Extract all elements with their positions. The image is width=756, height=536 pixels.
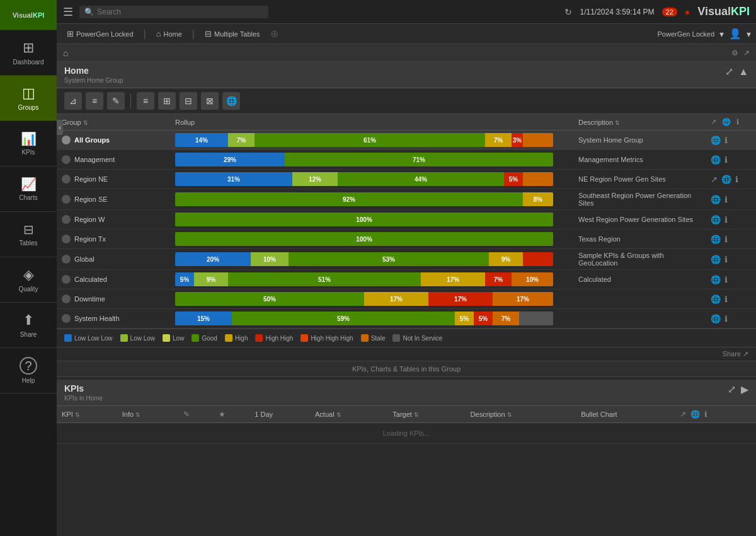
search-icon: 🔍 [84,8,94,16]
groups-table: Group ⇅ Rollup Description ⇅ ↗ 🌐 ℹ [57,114,756,329]
filter-button[interactable]: ⊿ [64,92,82,110]
sidebar-item-charts[interactable]: 📈 Charts [0,166,57,212]
rollup-cell: 92%8% [170,189,573,210]
group-name: Region NE [62,175,165,184]
sidebar-item-groups[interactable]: ◫ Groups [0,76,57,121]
edit-button[interactable]: ✎ [107,92,125,110]
sidebar-item-quality[interactable]: ◈ Quality [0,257,57,303]
globe-icon[interactable]: 🌐 [711,255,721,264]
bar-segment-good: 50% [175,292,364,306]
breadcrumb-icons: ⌂ [63,48,68,58]
home-section-subtitle: System Home Group [64,77,123,84]
group-name-cell: Region Tx [57,230,170,249]
expand-icon[interactable]: ⤢ [725,66,733,78]
globe-icon[interactable]: 🌐 [721,175,731,184]
share-label[interactable]: Share ↗ [723,350,748,358]
rollup-bar[interactable]: 100% [175,232,553,246]
desc-sort-arrow[interactable]: ⇅ [615,120,620,126]
globe-icon[interactable]: 🌐 [711,195,721,204]
globe-icon[interactable]: 🌐 [711,294,721,304]
rollup-bar[interactable]: 29%71% [175,153,553,166]
rollup-bar[interactable]: 100% [175,213,553,226]
kpis-section: KPIs KPIs in Home ⤢ ▶ KPI ⇅ Info ⇅ [57,380,756,444]
small-grid-button[interactable]: ⊞ [158,92,176,110]
bar-segment-stale: 10% [512,272,553,286]
legend-color-highhighhigh [301,334,308,342]
alert-badge[interactable]: 22 [662,8,677,16]
medium-grid-button[interactable]: ⊟ [180,92,197,110]
rollup-bar[interactable]: 50%17%17%17% [175,292,553,306]
sidebar-item-share[interactable]: ⬆ Share [0,303,57,348]
navbar: ⊞ PowerGen Locked | ⌂ Home | ⊟ Multiple … [57,24,756,44]
rollup-bar[interactable]: 92%8% [175,192,553,206]
bar-segment-highhigh: 7% [485,272,512,286]
rollup-bar[interactable]: 5%9%51%17%7%10% [175,272,553,286]
menu-button[interactable]: ☰ [63,5,73,19]
bar-segment-highhigh: 5% [474,312,493,325]
info-icon[interactable]: ℹ [724,314,728,323]
rollup-cell: 100% [170,230,573,249]
info-icon[interactable]: ℹ [724,195,728,204]
list-view-button[interactable]: ≡ [137,92,154,110]
rollup-cell: 15%59%5%5%7% [170,309,573,329]
kpis-expand-icon[interactable]: ⤢ [728,383,736,395]
sidebar-item-help[interactable]: ? Help [0,348,57,393]
row-actions: ↗ 🌐 ℹ [706,170,756,189]
powergen-dropdown-icon[interactable]: ▾ [719,29,724,39]
sidebar-item-label: Groups [18,104,39,111]
add-tab-icon[interactable]: ⊕ [270,28,278,40]
info-icon[interactable]: ℹ [724,275,728,284]
globe-icon[interactable]: 🌐 [711,314,721,323]
settings-icon[interactable]: ⚙ [731,49,738,57]
user-dropdown-icon[interactable]: ▾ [747,29,751,39]
bar-segment-good: 51% [228,272,421,286]
rollup-bar[interactable]: 31%12%44%5% [175,172,553,186]
rollup-bar[interactable]: 15%59%5%5%7% [175,312,553,325]
sidebar-item-label: Quality [18,286,38,293]
info-icon[interactable]: ℹ [724,235,728,244]
info-icon[interactable]: ℹ [724,215,728,224]
info-icon[interactable]: ℹ [735,175,738,184]
external-link-header-icon[interactable]: ↗ [711,118,716,125]
external-link-icon[interactable]: ↗ [743,49,750,57]
nav-tab-multiple-tables[interactable]: ⊟ Multiple Tables [200,26,265,41]
view-toggle-button[interactable]: ≡ [86,92,103,110]
info-icon[interactable]: ℹ [724,136,728,145]
globe-icon[interactable]: 🌐 [711,235,721,244]
rollup-bar[interactable]: 20%10%53%9% [175,252,553,266]
globe-icon[interactable]: 🌐 [711,275,721,284]
external-link-icon[interactable]: ↗ [711,175,718,184]
globe-icon[interactable]: 🌐 [711,155,721,165]
globe-icon[interactable]: 🌐 [711,215,721,224]
globe-icon[interactable]: 🌐 [711,136,721,145]
nav-tab-home[interactable]: ⌂ Home [151,26,187,41]
collapse-icon[interactable]: ▲ [738,66,748,78]
nav-tab-powergen[interactable]: ⊞ PowerGen Locked [62,26,139,41]
sidebar-item-kpis[interactable]: 📊 KPIs [0,121,57,166]
search-input[interactable] [97,8,263,16]
info-icon[interactable]: ℹ [724,255,728,264]
large-grid-button[interactable]: ⊠ [201,92,219,110]
info-header-icon[interactable]: ℹ [736,118,739,125]
rollup-bar[interactable]: 14%7%61%7%3% [175,133,553,147]
description-cell [573,309,706,329]
tables-icon: ⊟ [23,222,34,237]
geo-button[interactable]: 🌐 [222,92,240,110]
globe-header-icon[interactable]: 🌐 [722,118,731,125]
user-icon[interactable]: 👤 [729,28,742,40]
bar-segment-high: 8% [523,192,553,206]
description-cell: NE Region Power Gen Sites [573,170,706,189]
refresh-icon[interactable]: ↻ [564,7,572,17]
info-icon[interactable]: ℹ [724,294,728,304]
info-icon[interactable]: ℹ [724,155,728,165]
sidebar-item-dashboard[interactable]: ⊞ Dashboard [0,30,57,76]
kpis-next-icon[interactable]: ▶ [741,383,748,395]
group-sort-arrow[interactable]: ⇅ [83,120,88,126]
sidebar-item-tables[interactable]: ⊟ Tables [0,212,57,257]
row-actions: 🌐 ℹ [706,270,756,289]
kpis-col-star: ★ [214,406,250,423]
home-breadcrumb-icon[interactable]: ⌂ [63,48,68,58]
kpis-col-kpi: KPI ⇅ [57,406,117,423]
sidebar-collapse-chevron[interactable]: ‹ [57,120,63,135]
table-row: Loading KPIs... [57,423,756,444]
